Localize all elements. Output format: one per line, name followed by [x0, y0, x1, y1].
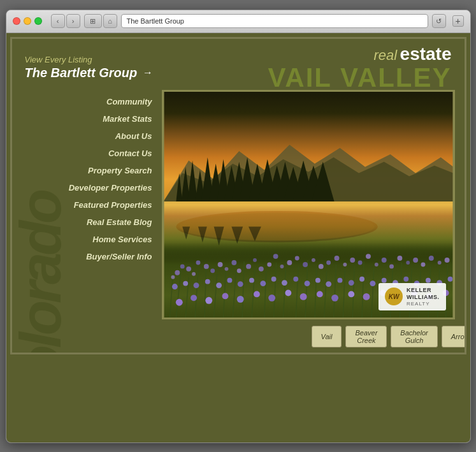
landscape-scene: KW KELLER WILLIAMS. REALTY	[163, 91, 454, 318]
svg-point-102	[216, 282, 222, 288]
svg-point-62	[186, 266, 191, 271]
svg-point-106	[260, 281, 266, 286]
svg-point-63	[196, 260, 200, 265]
svg-point-128	[236, 295, 243, 302]
svg-point-124	[175, 298, 182, 305]
svg-point-91	[397, 256, 402, 261]
svg-point-82	[326, 260, 331, 265]
sidebar-nav: Community Market Stats About Us Contact …	[12, 90, 162, 353]
sidebar-item-contact-us[interactable]: Contact Us	[12, 145, 152, 162]
svg-point-109	[293, 276, 298, 281]
svg-point-103	[227, 277, 232, 282]
svg-point-119	[403, 276, 408, 281]
site-main: colorado Community Market Stats About Us…	[12, 90, 465, 353]
home-button[interactable]: ⌂	[103, 14, 117, 28]
svg-point-96	[437, 261, 441, 265]
maximize-button[interactable]	[34, 17, 42, 25]
location-btn-arrowhead[interactable]: Arrowhead	[442, 326, 466, 347]
sidebar-item-property-search[interactable]: Property Search	[12, 162, 152, 179]
svg-point-92	[406, 261, 410, 265]
svg-point-59	[175, 270, 180, 275]
back-button[interactable]: ‹	[51, 14, 65, 28]
svg-point-79	[303, 261, 308, 266]
svg-point-72	[252, 258, 256, 262]
view-listing-text: View Every Listing	[25, 55, 153, 64]
svg-point-107	[271, 276, 276, 281]
brand-label: The Bartlett Group	[25, 66, 138, 80]
svg-point-87	[365, 254, 370, 259]
sidebar-item-real-estate-blog[interactable]: Real Estate Blog	[12, 214, 152, 231]
sidebar-item-market-stats[interactable]: Market Stats	[12, 110, 152, 128]
location-btn-beaver-creek[interactable]: Beaver Creek	[345, 326, 387, 347]
location-btn-vail[interactable]: Vail	[312, 326, 342, 347]
svg-point-132	[299, 293, 307, 300]
svg-point-111	[315, 277, 320, 282]
svg-point-115	[359, 276, 364, 281]
traffic-lights	[13, 17, 42, 25]
svg-point-130	[268, 294, 275, 301]
svg-point-133	[316, 291, 322, 297]
address-text: The Bartlett Group	[127, 17, 185, 25]
main-photo: KW KELLER WILLIAMS. REALTY	[162, 90, 455, 319]
svg-point-75	[273, 254, 278, 259]
svg-point-67	[217, 261, 222, 266]
site-header: View Every Listing The Bartlett Group → …	[12, 39, 465, 90]
estate-text: estate	[400, 44, 452, 64]
svg-point-71	[246, 263, 251, 268]
real-text: real	[373, 47, 397, 63]
svg-point-69	[231, 260, 236, 265]
location-btn-bachelor-gulch[interactable]: Bachelor Gulch	[391, 326, 437, 347]
view-buttons: ⊞ ⌂	[84, 14, 117, 28]
svg-point-22	[179, 212, 375, 240]
svg-point-89	[381, 258, 386, 263]
kw-icon: KW	[385, 288, 403, 305]
svg-point-65	[203, 263, 208, 268]
svg-point-98	[171, 284, 177, 289]
address-bar[interactable]: The Bartlett Group	[121, 14, 428, 28]
header-right: real estate VAIL VALLEY	[268, 44, 451, 91]
sidebar-item-community[interactable]: Community	[12, 93, 152, 110]
svg-point-90	[389, 264, 394, 268]
kw-name-line1: KELLER	[407, 287, 440, 294]
svg-point-112	[326, 281, 331, 287]
svg-point-95	[428, 256, 433, 261]
svg-point-66	[210, 268, 215, 273]
forward-button[interactable]: ›	[66, 14, 80, 28]
svg-point-93	[413, 258, 418, 263]
svg-point-97	[444, 258, 449, 263]
svg-point-70	[236, 268, 241, 273]
svg-point-114	[348, 280, 354, 286]
svg-point-73	[258, 266, 263, 271]
svg-point-116	[370, 281, 375, 286]
svg-point-101	[205, 279, 210, 284]
page-view-button[interactable]: ⊞	[84, 14, 102, 28]
svg-point-77	[287, 260, 292, 265]
header-left: View Every Listing The Bartlett Group →	[25, 55, 153, 80]
svg-point-64	[192, 272, 196, 275]
real-estate-heading: real estate	[268, 44, 451, 64]
vail-valley-text: VAIL VALLEY	[268, 64, 451, 91]
sidebar-item-developer-properties[interactable]: Developer Properties	[12, 179, 152, 196]
svg-point-81	[318, 263, 323, 268]
svg-point-125	[191, 295, 197, 301]
kw-text-block: KELLER WILLIAMS. REALTY	[407, 287, 440, 307]
svg-point-85	[350, 258, 355, 263]
sidebar-item-home-services[interactable]: Home Services	[12, 231, 152, 248]
minimize-button[interactable]	[24, 17, 31, 25]
sidebar-item-buyer-seller-info[interactable]: Buyer/Seller Info	[12, 248, 152, 265]
sidebar-item-about-us[interactable]: About Us	[12, 128, 152, 145]
kw-realty-text: REALTY	[407, 301, 440, 307]
new-tab-button[interactable]: +	[452, 15, 464, 27]
site-border: View Every Listing The Bartlett Group → …	[10, 37, 466, 354]
svg-point-99	[183, 281, 188, 286]
svg-point-84	[343, 262, 347, 266]
browser-titlebar: ‹ › ⊞ ⌂ The Bartlett Group ↺ +	[6, 10, 470, 33]
sidebar-item-featured-properties[interactable]: Featured Properties	[12, 196, 152, 214]
svg-point-100	[193, 282, 199, 288]
svg-point-88	[374, 262, 378, 266]
content-area: KW KELLER WILLIAMS. REALTY	[162, 90, 466, 353]
browser-content: View Every Listing The Bartlett Group → …	[6, 33, 470, 442]
reload-button[interactable]: ↺	[432, 14, 446, 28]
close-button[interactable]	[13, 17, 20, 25]
svg-point-78	[294, 256, 299, 260]
